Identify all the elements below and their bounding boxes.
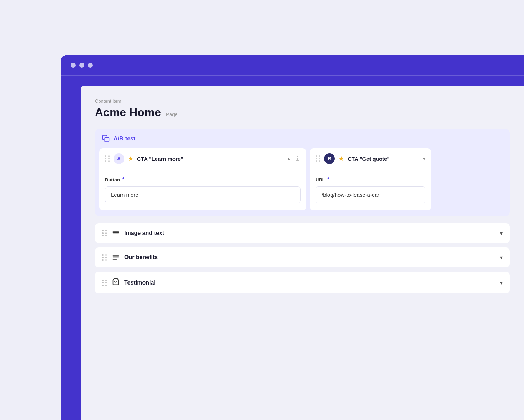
- page-badge: Page: [166, 112, 178, 117]
- variant-a-delete-button[interactable]: 🗑: [295, 155, 301, 162]
- variant-b-name: CTA "Get quote": [348, 156, 419, 162]
- variant-a-chevron-icon[interactable]: ▲: [286, 156, 291, 162]
- list-icon: [112, 230, 119, 237]
- variant-b-star-icon[interactable]: ★: [338, 155, 344, 163]
- variant-a-drag-handle[interactable]: [105, 155, 110, 162]
- testimonial-item: Testimonial ▾: [95, 272, 510, 293]
- our-benefits-list-icon: [112, 254, 119, 261]
- variant-b-drag-handle[interactable]: [316, 155, 321, 162]
- variant-b-badge: B: [324, 153, 335, 164]
- browser-window: Content item Acme Home Page A/B-test: [61, 55, 524, 420]
- ab-test-title: A/B-test: [114, 135, 135, 142]
- ab-test-icon: [102, 135, 110, 143]
- browser-dot-2: [79, 63, 84, 68]
- testimonial-expand-icon[interactable]: ▾: [500, 280, 503, 286]
- content-label: Content item: [95, 98, 510, 104]
- our-benefits-expand-icon[interactable]: ▾: [500, 255, 503, 260]
- browser-dot-3: [88, 63, 93, 68]
- our-benefits-title: Our benefits: [124, 254, 495, 261]
- browser-content: Content item Acme Home Page A/B-test: [81, 86, 524, 420]
- our-benefits-drag-handle[interactable]: [102, 254, 107, 261]
- variant-a-body: Button *: [99, 169, 306, 210]
- variant-a-badge: A: [114, 153, 124, 164]
- page-title: Acme Home: [95, 106, 161, 119]
- testimonial-title: Testimonial: [124, 280, 495, 286]
- ab-test-header: A/B-test: [95, 129, 510, 148]
- image-and-text-expand-icon[interactable]: ▾: [500, 230, 503, 236]
- variant-b-card: B ★ CTA "Get quote" ▾ URL *: [310, 148, 431, 210]
- image-and-text-title: Image and text: [124, 230, 495, 236]
- variant-b-chevron-icon[interactable]: ▾: [423, 156, 425, 162]
- testimonial-basket-icon: [112, 278, 119, 287]
- browser-dot-1: [71, 63, 76, 68]
- variant-a-header: A ★ CTA "Learn more" ▲ 🗑: [99, 148, 306, 169]
- button-input[interactable]: [105, 186, 301, 203]
- url-required-dot: *: [327, 176, 329, 183]
- button-required-dot: *: [122, 176, 124, 183]
- browser-divider: [61, 75, 524, 76]
- url-input[interactable]: [316, 186, 425, 203]
- image-and-text-item: Image and text ▾: [95, 223, 510, 243]
- browser-dots: [71, 63, 93, 68]
- svg-rect-0: [105, 137, 109, 142]
- ab-test-block: A/B-test A ★: [95, 129, 510, 216]
- browser-titlebar: [61, 55, 524, 75]
- image-text-drag-handle[interactable]: [102, 230, 107, 236]
- variant-b-body: URL *: [310, 169, 431, 210]
- url-field-label: URL *: [316, 176, 425, 183]
- our-benefits-item: Our benefits ▾: [95, 247, 510, 267]
- ab-variants-row: A ★ CTA "Learn more" ▲ 🗑 Button *: [95, 148, 510, 216]
- variant-a-card: A ★ CTA "Learn more" ▲ 🗑 Button *: [99, 148, 306, 210]
- button-field-label: Button *: [105, 176, 301, 183]
- page-title-row: Acme Home Page: [95, 106, 510, 119]
- variant-b-header: B ★ CTA "Get quote" ▾: [310, 148, 431, 169]
- variant-a-name: CTA "Learn more": [137, 156, 283, 162]
- testimonial-drag-handle[interactable]: [102, 280, 107, 286]
- variant-a-star-icon[interactable]: ★: [128, 155, 133, 163]
